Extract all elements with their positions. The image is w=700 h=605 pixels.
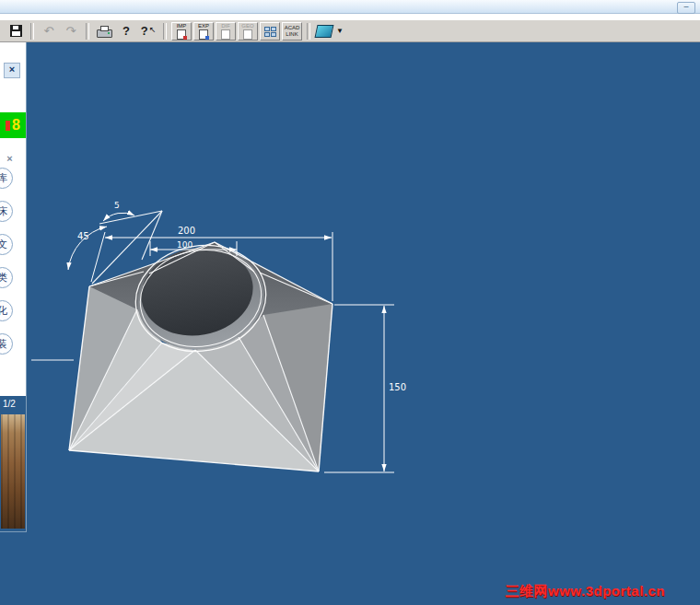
redo-button: ↷ <box>61 22 81 41</box>
dim-height: 150 <box>389 382 406 392</box>
toolbar-separator <box>86 23 89 40</box>
context-help-button[interactable]: ? ↖ <box>138 22 158 41</box>
toolbar-separator <box>30 23 34 40</box>
page-indicator: 1/2 <box>3 399 16 409</box>
acad-link-button[interactable]: ACAD LINK <box>282 22 302 41</box>
sidebar-item-category-5[interactable]: 化 <box>0 300 13 321</box>
sidebar-item-category-2[interactable]: 床 <box>0 201 13 222</box>
view-style-icon <box>315 25 334 38</box>
application-window: – ↶ ↷ ? ? ↖ IMP <box>0 0 700 605</box>
preview-panel: 1/2 <box>0 396 26 531</box>
print-button[interactable] <box>94 22 114 41</box>
undo-icon: ↶ <box>44 25 54 37</box>
dif-icon <box>221 29 230 40</box>
layout-grid-button[interactable] <box>260 22 280 41</box>
acad-link-label1: ACAD <box>285 25 300 31</box>
toolbar-separator <box>163 23 167 40</box>
badge-number: 8 <box>12 117 20 134</box>
import-icon <box>177 29 186 40</box>
preview-thumbnail[interactable] <box>1 414 25 529</box>
save-icon <box>10 25 22 37</box>
import-button[interactable]: IMP <box>171 22 192 41</box>
dim-hole-diameter: 100 <box>177 240 192 250</box>
cursor-arrow-icon: ↖ <box>149 25 157 34</box>
chevron-down-icon[interactable]: ▼ <box>336 27 344 35</box>
view-style-button[interactable]: ▼ <box>315 22 344 41</box>
dim-angle: 45 <box>77 231 89 241</box>
dim-small-angle: 5 <box>114 201 120 210</box>
print-icon <box>97 29 112 38</box>
help-icon: ? <box>122 25 130 37</box>
sidebar-item-category-3[interactable]: 文 <box>0 234 13 255</box>
redo-icon: ↷ <box>66 25 76 37</box>
dim-top-width: 200 <box>178 226 195 236</box>
export-button[interactable]: EXP <box>193 22 214 41</box>
model-faces <box>69 238 332 471</box>
dif-label: DIF <box>221 23 230 29</box>
sidebar-item-category-4[interactable]: 类 <box>0 267 13 288</box>
undo-button: ↶ <box>39 22 59 41</box>
sidebar-item-category-6[interactable]: 装 <box>0 333 13 355</box>
panel-close-icon[interactable]: × <box>4 153 16 165</box>
main-toolbar: ↶ ↷ ? ? ↖ IMP EXP DIF <box>0 20 700 42</box>
status-badge: 8 <box>0 112 26 138</box>
save-button[interactable] <box>6 22 26 41</box>
export-label: EXP <box>198 23 209 29</box>
acad-link-label2: LINK <box>286 31 298 38</box>
watermark-text: 三维网www.3dportal.cn <box>506 583 665 600</box>
help-button[interactable]: ? <box>116 22 136 41</box>
export-icon <box>199 29 208 40</box>
grid-icon <box>264 27 276 37</box>
close-icon[interactable]: × <box>4 63 20 78</box>
viewport-canvas[interactable]: 200 100 150 45 5 <box>0 0 700 605</box>
sidebar-item-category-1[interactable]: 库 <box>0 168 13 189</box>
context-help-icon: ? <box>141 25 148 37</box>
geo-label: GEO <box>241 23 253 29</box>
toolbar-separator <box>307 23 310 40</box>
geo-icon <box>243 29 252 40</box>
geo-button: GEO <box>238 22 258 41</box>
import-label: IMP <box>177 23 187 29</box>
dif-button: DIF <box>216 22 236 41</box>
left-sidebar: × 8 × 库 床 文 类 化 装 1/2 <box>0 42 27 532</box>
